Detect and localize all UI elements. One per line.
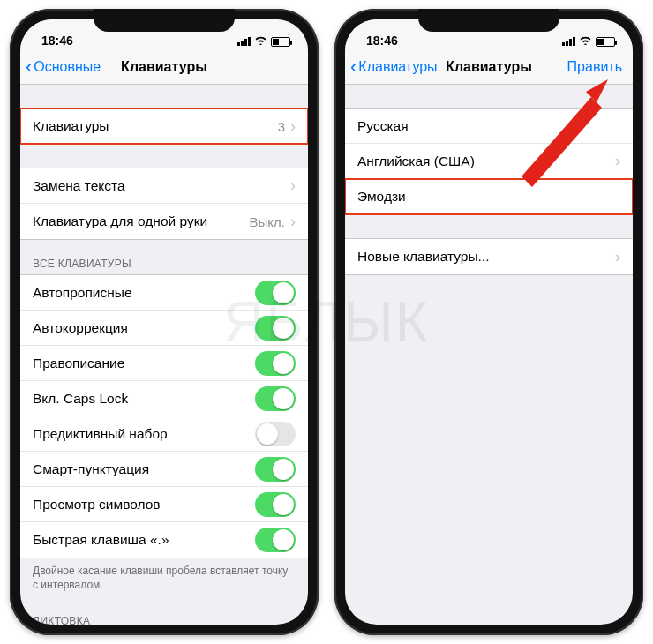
one-handed-label: Клавиатура для одной руки <box>33 213 250 229</box>
keyboard-label-emoji: Эмодзи <box>357 189 620 205</box>
keyboard-row-ru[interactable]: Русская <box>345 109 633 144</box>
smart_punc-row[interactable]: Смарт-пунктуация <box>20 452 308 487</box>
wifi-icon <box>254 35 267 48</box>
shortcut-row[interactable]: Быстрая клавиша «.» <box>20 522 308 558</box>
back-label: Клавиатуры <box>358 59 437 75</box>
notch <box>94 9 235 32</box>
phone-left: 18:46 ‹ Основные Клавиатуры <box>10 9 319 635</box>
predictive-label: Предиктивный набор <box>33 426 255 442</box>
status-time: 18:46 <box>366 34 398 48</box>
smart_punc-label: Смарт-пунктуация <box>33 461 255 477</box>
signal-icon <box>237 37 251 46</box>
keyboard-row-emoji[interactable]: Эмодзи <box>345 179 633 214</box>
page-title: Клавиатуры <box>446 59 532 75</box>
section-dictation: ДИКТОВКА <box>20 597 308 625</box>
wifi-icon <box>579 35 592 48</box>
preview-row[interactable]: Просмотр символов <box>20 487 308 522</box>
keyboard-label-ru: Русская <box>357 118 620 134</box>
edit-button[interactable]: Править <box>567 49 622 84</box>
caps_lock-toggle[interactable] <box>255 386 296 411</box>
back-button[interactable]: ‹ Клавиатуры <box>350 49 438 84</box>
signal-icon <box>562 37 575 46</box>
chevron-right-icon: › <box>290 213 296 231</box>
auto_caps-toggle[interactable] <box>255 281 296 305</box>
one-handed-value: Выкл. <box>250 214 285 229</box>
chevron-left-icon: ‹ <box>26 57 32 77</box>
phone-right: 18:46 ‹ Клавиатуры Клавиатуры Править <box>334 9 643 635</box>
autocorrect-toggle[interactable] <box>255 316 296 341</box>
keyboards-label: Клавиатуры <box>33 118 278 134</box>
battery-icon <box>271 37 290 47</box>
notch <box>418 9 559 32</box>
keyboards-count: 3 <box>278 119 285 134</box>
shortcut-toggle[interactable] <box>255 528 296 552</box>
predictive-toggle[interactable] <box>255 422 296 446</box>
spelling-row[interactable]: Правописание <box>20 346 308 381</box>
autocorrect-row[interactable]: Автокоррекция <box>20 311 308 346</box>
chevron-left-icon: ‹ <box>350 57 357 77</box>
predictive-row[interactable]: Предиктивный набор <box>20 416 308 452</box>
chevron-right-icon: › <box>615 248 620 266</box>
nav-bar: ‹ Основные Клавиатуры <box>20 49 308 85</box>
caps_lock-row[interactable]: Вкл. Caps Lock <box>20 381 308 416</box>
spelling-toggle[interactable] <box>255 351 296 376</box>
status-right <box>237 35 290 48</box>
section-all-keyboards: ВСЕ КЛАВИАТУРЫ <box>20 240 308 274</box>
add-keyboard-row[interactable]: Новые клавиатуры... › <box>345 239 633 274</box>
chevron-right-icon: › <box>615 152 620 170</box>
nav-bar: ‹ Клавиатуры Клавиатуры Править <box>345 49 633 85</box>
text-replace-row[interactable]: Замена текста › <box>20 168 308 204</box>
spelling-label: Правописание <box>33 356 255 371</box>
page-title: Клавиатуры <box>121 59 207 75</box>
shortcut-label: Быстрая клавиша «.» <box>33 532 255 548</box>
keyboard-row-en_us[interactable]: Английская (США)› <box>345 144 633 179</box>
preview-toggle[interactable] <box>255 492 296 517</box>
chevron-right-icon: › <box>290 117 296 136</box>
auto_caps-row[interactable]: Автопрописные <box>20 275 308 311</box>
auto_caps-label: Автопрописные <box>33 285 255 301</box>
preview-label: Просмотр символов <box>33 497 255 513</box>
battery-icon <box>596 37 615 47</box>
status-time: 18:46 <box>41 34 73 48</box>
smart_punc-toggle[interactable] <box>255 457 296 482</box>
text-replace-label: Замена текста <box>33 178 290 194</box>
back-button[interactable]: ‹ Основные <box>26 49 101 84</box>
autocorrect-label: Автокоррекция <box>33 320 255 336</box>
keyboards-row[interactable]: Клавиатуры 3 › <box>20 109 308 144</box>
one-handed-row[interactable]: Клавиатура для одной руки Выкл. › <box>20 204 308 239</box>
status-right <box>562 35 615 48</box>
chevron-right-icon: › <box>290 176 296 195</box>
keyboard-label-en_us: Английская (США) <box>357 154 615 169</box>
caps_lock-label: Вкл. Caps Lock <box>33 391 255 407</box>
back-label: Основные <box>34 59 101 75</box>
footer-note-space: Двойное касание клавиши пробела вставляе… <box>20 558 308 597</box>
add-keyboard-label: Новые клавиатуры... <box>357 249 615 265</box>
